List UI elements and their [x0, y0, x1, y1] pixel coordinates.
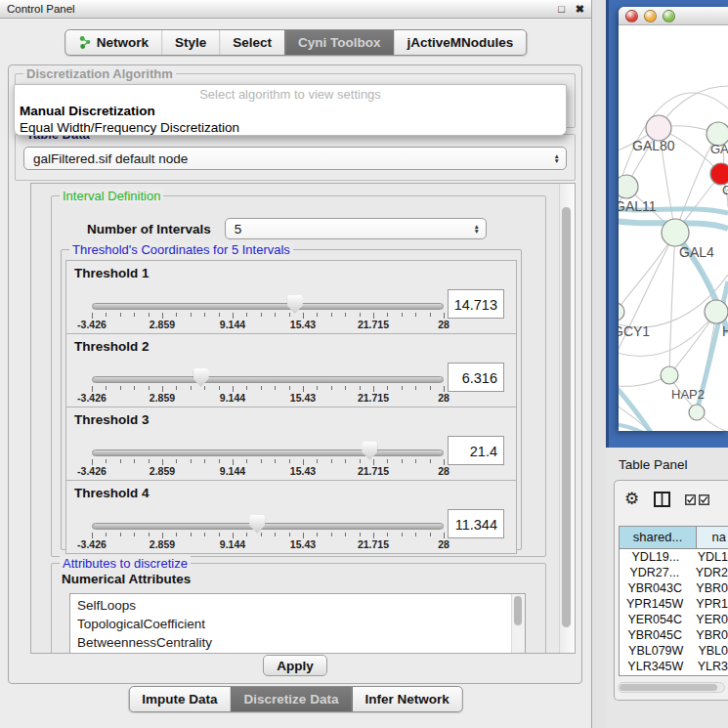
- cell-name[interactable]: YBR0: [691, 627, 728, 643]
- network-node-ga[interactable]: [710, 163, 728, 185]
- slider-tick: [149, 313, 150, 317]
- slider-track[interactable]: [92, 303, 444, 310]
- table-row[interactable]: YPR145WYPR1: [620, 596, 728, 612]
- algorithm-option-manual[interactable]: Manual Discretization: [15, 103, 566, 119]
- tab-discretize-data[interactable]: Discretize Data: [231, 687, 352, 711]
- table-hscrollbar[interactable]: [618, 682, 725, 693]
- slider-thumb[interactable]: [193, 368, 209, 387]
- settings-scrollbar[interactable]: [559, 184, 575, 653]
- threshold-value-field[interactable]: 21.4: [448, 436, 504, 465]
- table-row[interactable]: YER054CYER0: [620, 612, 728, 627]
- float-window-icon[interactable]: □: [558, 3, 565, 16]
- table-row[interactable]: YDL19...YDL1: [620, 549, 728, 565]
- threshold-value-field[interactable]: 11.344: [448, 509, 504, 538]
- network-node-label: GA: [722, 183, 728, 197]
- threshold-value-field[interactable]: 6.316: [448, 363, 504, 392]
- slider-tick: [204, 459, 205, 463]
- cell-name[interactable]: YBL0: [693, 643, 728, 659]
- slider-tick-label: 21.715: [344, 538, 403, 550]
- network-node-label: GAL80: [632, 138, 675, 153]
- split-columns-icon[interactable]: [654, 492, 670, 507]
- cell-name[interactable]: YDL1: [693, 549, 728, 565]
- network-node-h[interactable]: [705, 300, 728, 323]
- slider-tick-label: 21.715: [344, 465, 403, 477]
- cell-shared-name[interactable]: YBR045C: [620, 627, 691, 643]
- slider-tick: [415, 533, 416, 536]
- tab-label: Style: [175, 35, 206, 50]
- slider-tick-label: 28: [414, 392, 473, 404]
- cell-shared-name[interactable]: YPR145W: [620, 596, 691, 612]
- tab-infer-network[interactable]: Infer Network: [351, 687, 461, 711]
- cell-shared-name[interactable]: YIL052C: [620, 674, 697, 676]
- checked-checkbox-icon[interactable]: [685, 494, 696, 505]
- table-row[interactable]: YLR345WYLR3: [620, 659, 728, 674]
- column-header-name[interactable]: na: [697, 527, 728, 548]
- number-of-intervals-combobox[interactable]: 5 ▲▼: [225, 218, 487, 239]
- cell-shared-name[interactable]: YDL19...: [620, 549, 693, 565]
- slider-tick: [317, 459, 318, 463]
- minimize-traffic-light-icon[interactable]: [644, 10, 657, 22]
- slider-thumb[interactable]: [287, 295, 303, 314]
- close-window-icon[interactable]: ✖: [576, 3, 584, 16]
- group-title: Interval Definition: [60, 189, 163, 203]
- tab-cyni-toolbox[interactable]: Cyni Toolbox: [284, 30, 394, 55]
- combobox-value: 5: [235, 222, 242, 236]
- list-item[interactable]: TopologicalCoefficient: [77, 615, 511, 633]
- table-row[interactable]: YBL079WYBL0: [620, 643, 728, 659]
- table-row[interactable]: YDR27...YDR2: [620, 565, 728, 580]
- tab-network[interactable]: Network: [65, 30, 161, 55]
- cell-shared-name[interactable]: YLR345W: [620, 659, 693, 674]
- table-data-combobox[interactable]: galFiltered.sif default node ▲▼: [23, 147, 567, 170]
- slider-track[interactable]: [92, 523, 444, 530]
- cell-shared-name[interactable]: YBR043C: [620, 580, 691, 596]
- cell-name[interactable]: YLR3: [693, 659, 728, 674]
- gear-icon[interactable]: ⚙: [624, 490, 639, 509]
- slider-tick-label: 15.43: [274, 319, 332, 330]
- tab-select[interactable]: Select: [219, 30, 284, 55]
- table-row[interactable]: YIL052CYIL0: [620, 674, 728, 676]
- table-row[interactable]: YBR045CYBR0: [620, 627, 728, 643]
- group-title: Attributes to discretize: [60, 556, 191, 571]
- algorithm-option-equal-width[interactable]: Equal Width/Frequency Discretization: [15, 119, 566, 136]
- cell-name[interactable]: YBR0: [691, 580, 728, 596]
- scrollbar-thumb[interactable]: [620, 684, 717, 691]
- zoom-traffic-light-icon[interactable]: [663, 10, 675, 22]
- network-node-gcy1[interactable]: [619, 303, 624, 321]
- slider-tick-label: 9.144: [203, 392, 262, 404]
- close-traffic-light-icon[interactable]: [625, 10, 638, 22]
- slider-tick: [176, 386, 177, 390]
- threshold-value-field[interactable]: 14.713: [448, 289, 504, 319]
- network-canvas[interactable]: GAL80GALGAGAL11GAL4GCY1HHAP2: [619, 25, 728, 431]
- slider-tick: [360, 313, 361, 317]
- table-row[interactable]: YBR043CYBR0: [620, 580, 728, 596]
- cell-shared-name[interactable]: YBL079W: [620, 643, 693, 659]
- cell-name[interactable]: YIL0: [697, 674, 728, 676]
- slider-thumb[interactable]: [249, 515, 265, 534]
- list-item[interactable]: BetweennessCentrality: [77, 633, 511, 652]
- network-node-gal4[interactable]: [662, 219, 689, 246]
- slider-track[interactable]: [92, 450, 444, 456]
- slider-track[interactable]: [92, 376, 444, 383]
- group-title: Discretization Algorithm: [23, 66, 176, 81]
- tab-style[interactable]: Style: [161, 30, 219, 55]
- tab-jactivemnodules[interactable]: jActiveMNodules: [394, 30, 527, 55]
- tab-impute-data[interactable]: Impute Data: [129, 687, 230, 711]
- list-item[interactable]: SelfLoops: [77, 596, 511, 615]
- cell-shared-name[interactable]: YDR27...: [620, 565, 691, 580]
- network-node-gal11[interactable]: [619, 175, 638, 198]
- slider-tick: [106, 313, 107, 317]
- checked-checkbox-icon[interactable]: [699, 494, 709, 505]
- attributes-scrollbar[interactable]: [511, 594, 525, 653]
- slider-tick-label: 28: [414, 319, 473, 330]
- network-node-hap2[interactable]: [661, 366, 678, 384]
- network-graph[interactable]: GAL80GALGAGAL11GAL4GCY1HHAP2: [619, 25, 728, 431]
- scrollbar-thumb[interactable]: [562, 207, 571, 627]
- column-header-shared-name[interactable]: shared...: [620, 527, 697, 548]
- slider-thumb[interactable]: [362, 442, 377, 460]
- network-node-unlabeled[interactable]: [689, 405, 705, 420]
- cell-name[interactable]: YER0: [691, 612, 728, 627]
- cell-shared-name[interactable]: YER054C: [620, 612, 691, 627]
- cell-name[interactable]: YDR2: [691, 565, 728, 580]
- cell-name[interactable]: YPR1: [691, 596, 728, 612]
- apply-button[interactable]: Apply: [263, 655, 327, 676]
